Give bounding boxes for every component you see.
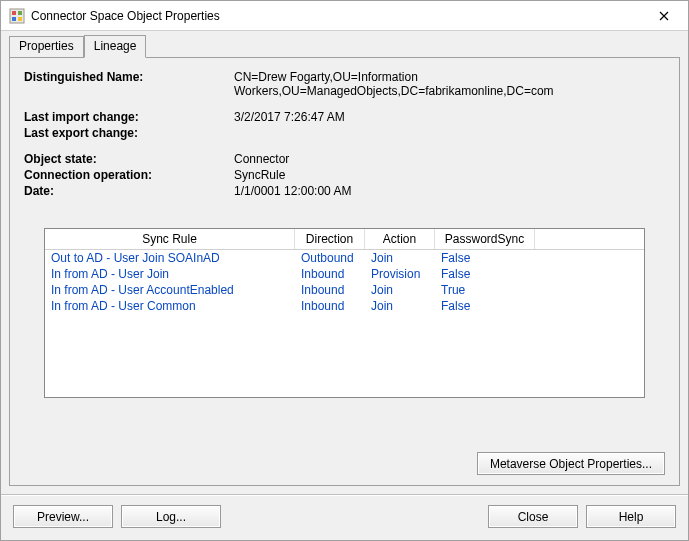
connection-operation-value: SyncRule [234, 168, 665, 182]
tab-lineage[interactable]: Lineage [84, 35, 147, 58]
cell-action: Join [365, 282, 435, 298]
svg-rect-1 [12, 11, 16, 15]
titlebar: Connector Space Object Properties [1, 1, 688, 31]
sync-rule-grid[interactable]: Sync Rule Direction Action PasswordSync … [44, 228, 645, 398]
connection-operation-label: Connection operation: [24, 168, 234, 182]
cell-action: Join [365, 250, 435, 266]
cell-passwordsync: False [435, 298, 535, 314]
help-button[interactable]: Help [586, 505, 676, 528]
last-import-label: Last import change: [24, 110, 234, 124]
cell-direction: Outbound [295, 250, 365, 266]
cell-action: Join [365, 298, 435, 314]
last-import-value: 3/2/2017 7:26:47 AM [234, 110, 665, 124]
cell-direction: Inbound [295, 266, 365, 282]
svg-rect-4 [18, 17, 22, 21]
table-row[interactable]: In from AD - User Common Inbound Join Fa… [45, 298, 644, 314]
last-export-value [234, 126, 665, 140]
object-state-value: Connector [234, 152, 665, 166]
object-state-label: Object state: [24, 152, 234, 166]
date-label: Date: [24, 184, 234, 198]
window-title: Connector Space Object Properties [31, 9, 642, 23]
last-export-label: Last export change: [24, 126, 234, 140]
svg-rect-3 [12, 17, 16, 21]
dn-value: CN=Drew Fogarty,OU=Information Workers,O… [234, 70, 665, 98]
dialog-window: Connector Space Object Properties Proper… [0, 0, 689, 541]
cell-rule: In from AD - User AccountEnabled [45, 282, 295, 298]
preview-button[interactable]: Preview... [13, 505, 113, 528]
client-area: Properties Lineage Distinguished Name: C… [1, 31, 688, 494]
cell-direction: Inbound [295, 282, 365, 298]
col-header-sync-rule[interactable]: Sync Rule [45, 229, 295, 249]
cell-passwordsync: True [435, 282, 535, 298]
cell-action: Provision [365, 266, 435, 282]
cell-passwordsync: False [435, 266, 535, 282]
cell-direction: Inbound [295, 298, 365, 314]
col-header-spacer [535, 229, 644, 249]
table-row[interactable]: Out to AD - User Join SOAInAD Outbound J… [45, 250, 644, 266]
dn-label: Distinguished Name: [24, 70, 234, 98]
table-row[interactable]: In from AD - User AccountEnabled Inbound… [45, 282, 644, 298]
close-button[interactable]: Close [488, 505, 578, 528]
cell-rule: In from AD - User Common [45, 298, 295, 314]
cell-passwordsync: False [435, 250, 535, 266]
grid-header: Sync Rule Direction Action PasswordSync [45, 229, 644, 250]
window-close-button[interactable] [642, 2, 686, 30]
col-header-action[interactable]: Action [365, 229, 435, 249]
svg-rect-2 [18, 11, 22, 15]
table-row[interactable]: In from AD - User Join Inbound Provision… [45, 266, 644, 282]
log-button[interactable]: Log... [121, 505, 221, 528]
date-value: 1/1/0001 12:00:00 AM [234, 184, 665, 198]
metaverse-object-properties-button[interactable]: Metaverse Object Properties... [477, 452, 665, 475]
tabstrip: Properties Lineage [9, 35, 680, 57]
cell-rule: Out to AD - User Join SOAInAD [45, 250, 295, 266]
col-header-direction[interactable]: Direction [295, 229, 365, 249]
cell-rule: In from AD - User Join [45, 266, 295, 282]
tab-panel-lineage: Distinguished Name: CN=Drew Fogarty,OU=I… [9, 57, 680, 486]
col-header-passwordsync[interactable]: PasswordSync [435, 229, 535, 249]
grid-body: Out to AD - User Join SOAInAD Outbound J… [45, 250, 644, 397]
tab-properties[interactable]: Properties [9, 36, 84, 57]
app-icon [9, 8, 25, 24]
dialog-button-bar: Preview... Log... Close Help [1, 494, 688, 540]
fields-block: Distinguished Name: CN=Drew Fogarty,OU=I… [24, 70, 665, 200]
